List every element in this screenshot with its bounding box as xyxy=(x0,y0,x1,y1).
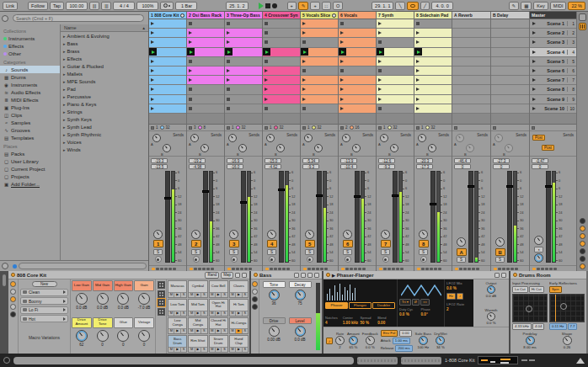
fold-icon[interactable]: ▶ xyxy=(332,273,335,278)
follow-button[interactable]: Follow xyxy=(28,2,48,10)
category-item-midi-effects[interactable]: ≣MIDI Effects xyxy=(0,96,60,104)
macro-value[interactable]: 62 xyxy=(79,343,83,347)
shape-value[interactable]: 0.26 xyxy=(564,345,570,349)
pad-mute-button[interactable]: M xyxy=(168,293,174,297)
variation-row[interactable]: Boomy xyxy=(20,297,68,305)
volume-value-box[interactable]: -9.3 xyxy=(378,164,395,169)
clip-slot[interactable] xyxy=(263,29,300,38)
return-slot[interactable] xyxy=(452,29,490,38)
browser-item[interactable]: ▸Synth Keys xyxy=(61,115,148,123)
output-knob[interactable] xyxy=(487,285,495,294)
macro-knob[interactable] xyxy=(117,330,129,342)
amount-knob[interactable] xyxy=(349,336,358,345)
clip-slot[interactable] xyxy=(301,57,338,66)
pad-play-button[interactable]: ▶ xyxy=(195,293,201,297)
warmth-value[interactable]: 0.0 % xyxy=(486,321,495,325)
chain-toggle[interactable] xyxy=(252,296,258,302)
bass-param-value[interactable]: 0.0 dB xyxy=(294,338,305,342)
drum-pad[interactable]: Cow BellM▶S xyxy=(209,280,228,298)
clip-slot[interactable] xyxy=(263,19,300,29)
clip-slot[interactable] xyxy=(225,38,262,47)
send-b-knob[interactable] xyxy=(163,144,171,152)
return-slot[interactable] xyxy=(491,29,529,38)
send-a-knob[interactable] xyxy=(342,134,350,142)
clip-slot[interactable] xyxy=(149,57,186,66)
expand-arrow-icon[interactable]: ▸ xyxy=(63,140,66,145)
groove-amount-field[interactable]: 100% xyxy=(136,2,158,10)
browser-item[interactable]: ▸Strings xyxy=(61,108,148,115)
category-item-sounds[interactable]: ♪Sounds xyxy=(0,66,60,73)
pad-play-button[interactable]: ▶ xyxy=(216,348,222,352)
pad-solo-button[interactable]: S xyxy=(181,293,186,297)
fader-thumb[interactable] xyxy=(392,194,398,197)
clip-slot[interactable] xyxy=(339,85,376,94)
track-header[interactable]: 8 Sidechain Pad xyxy=(414,12,452,19)
macro-value[interactable]: 0.0 dB xyxy=(76,306,87,310)
drum-pad[interactable]: Hi TomM▶S xyxy=(229,299,249,316)
device-title[interactable]: Bass xyxy=(259,273,271,278)
param-value[interactable]: 1.00 kHz xyxy=(343,321,361,325)
clip-slot[interactable] xyxy=(414,95,452,104)
track-header[interactable]: 3 Three-Op Bass xyxy=(225,12,262,19)
pad-mute-button[interactable]: M xyxy=(189,329,195,333)
drum-pad[interactable]: MaracasM▶S xyxy=(168,280,187,298)
clip-slot[interactable] xyxy=(187,66,224,76)
clip-slot[interactable] xyxy=(187,19,224,29)
bass-param-value[interactable]: 36 xyxy=(271,301,275,306)
mixer-toggle-dot[interactable] xyxy=(580,256,585,262)
variation-launch-icon[interactable] xyxy=(63,317,66,321)
volume-fader[interactable] xyxy=(507,171,512,263)
duty-cycle-value[interactable]: 0.0 % xyxy=(399,312,421,316)
macro-toggle[interactable] xyxy=(252,289,258,295)
clip-drop-area[interactable] xyxy=(377,114,414,125)
midi-in-channel[interactable]: 1 xyxy=(421,125,424,130)
scene-slot[interactable]: Scene 99 xyxy=(530,95,576,104)
input-q-value[interactable]: 4.04 xyxy=(532,323,544,330)
send-a-knob[interactable] xyxy=(266,134,275,142)
drum-pad[interactable]: CymbalM▶S xyxy=(188,280,207,298)
clip-slot[interactable] xyxy=(414,29,452,38)
output-channel[interactable]: 32 xyxy=(280,125,284,130)
clip-drop-area[interactable] xyxy=(339,114,376,125)
lfo2-rate-value[interactable]: 2 xyxy=(446,307,472,311)
pan-knob[interactable] xyxy=(267,230,276,239)
send-b-knob[interactable] xyxy=(390,144,398,152)
predelay-knob[interactable] xyxy=(526,336,535,345)
category-item-samples[interactable]: ≈Samples xyxy=(0,119,60,126)
bass-param-knob[interactable] xyxy=(295,290,306,301)
pad-mute-button[interactable]: M xyxy=(230,329,236,333)
loop-button[interactable] xyxy=(407,2,419,10)
play-button[interactable] xyxy=(259,3,264,9)
peak-level-box[interactable]: -15.0 xyxy=(265,158,281,163)
input-freq-value[interactable]: 4.33 kHz xyxy=(512,323,532,330)
pan-knob[interactable] xyxy=(457,237,466,247)
volume-fader[interactable] xyxy=(468,171,473,263)
device-on-icon[interactable] xyxy=(11,273,15,277)
clip-slot[interactable] xyxy=(263,66,300,76)
safe-bass-value[interactable]: 100 Hz xyxy=(418,345,430,349)
spin-rate-value[interactable]: 0.11 Hz xyxy=(549,323,567,330)
expand-arrow-icon[interactable]: ▸ xyxy=(63,132,66,137)
clip-drop-area[interactable] xyxy=(301,114,338,125)
session-record-button[interactable]: ∷ xyxy=(322,2,332,10)
save-preset-icon[interactable] xyxy=(501,273,506,278)
clip-slot[interactable] xyxy=(414,38,452,47)
scene-slot[interactable]: Scene 88 xyxy=(530,85,576,94)
save-preset-icon[interactable] xyxy=(314,273,319,278)
device-on-icon[interactable] xyxy=(326,273,330,277)
pad-mute-button[interactable]: M xyxy=(168,348,174,352)
return-slot[interactable] xyxy=(491,66,529,76)
collection-item[interactable]: Effects xyxy=(0,42,60,50)
show-macros-toggle[interactable] xyxy=(10,289,16,295)
expand-arrow-icon[interactable]: ▸ xyxy=(63,79,66,84)
solo-button[interactable]: S xyxy=(381,249,390,255)
send-b-knob[interactable] xyxy=(428,144,436,152)
browser-item[interactable]: ▸Pad xyxy=(61,85,148,93)
clip-slot[interactable] xyxy=(263,48,300,57)
clip-slot[interactable] xyxy=(187,104,224,114)
peak-level-box[interactable]: -16.9 xyxy=(227,158,243,163)
category-item-plug-ins[interactable]: ▣Plug-Ins xyxy=(0,104,60,111)
send-a-knob[interactable] xyxy=(228,134,237,142)
track-header[interactable]: 4 Crossover Syn xyxy=(263,12,300,19)
lo-cut-button[interactable]: Lo Cut xyxy=(512,286,528,293)
